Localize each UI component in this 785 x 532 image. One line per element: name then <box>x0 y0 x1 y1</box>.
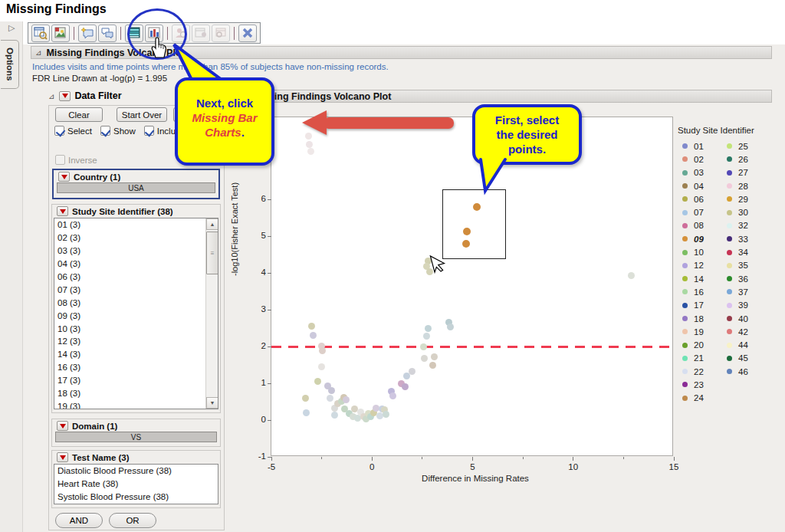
list-item[interactable]: 10 (3) <box>54 322 205 335</box>
checkbox-box[interactable] <box>100 126 110 136</box>
legend-entry[interactable]: 28 <box>727 179 748 192</box>
legend-entry[interactable]: 30 <box>727 205 748 218</box>
legend-entry[interactable]: 33 <box>727 232 748 245</box>
or-button[interactable]: OR <box>109 513 156 528</box>
data-table-icon[interactable] <box>31 25 50 42</box>
list-item[interactable]: 17 (3) <box>54 374 205 387</box>
legend-entry[interactable]: 20 <box>682 338 704 351</box>
plot-outline-header[interactable]: Missing Findings Volcano Plot <box>232 90 772 103</box>
comments-icon[interactable] <box>98 25 117 42</box>
save-image-icon[interactable] <box>51 25 70 42</box>
legend-entry[interactable]: 44 <box>727 338 748 351</box>
legend-entry[interactable]: 46 <box>727 365 748 378</box>
list-item[interactable]: 04 (3) <box>54 258 205 271</box>
new-note-icon[interactable] <box>78 25 97 42</box>
legend-entry[interactable]: 21 <box>682 352 704 365</box>
legend-entry[interactable]: 40 <box>727 312 748 325</box>
collapse-panel-icon[interactable]: ▷ <box>8 23 15 33</box>
list-item[interactable]: 03 (3) <box>54 245 205 258</box>
legend-entry[interactable]: 02 <box>682 153 704 166</box>
disclosure-icon[interactable]: ⊿ <box>48 92 54 100</box>
checkbox-box[interactable] <box>55 155 65 165</box>
legend-dot-icon <box>727 276 732 281</box>
checkbox-box[interactable] <box>54 126 64 136</box>
scrollbar[interactable]: ▲ ≡ ▼ <box>205 218 218 409</box>
legend-entry[interactable]: 45 <box>727 352 748 365</box>
plot-frame[interactable]: -5051015-10123456 <box>271 117 673 456</box>
legend-entry[interactable]: 09 <box>682 232 704 245</box>
legend-entry[interactable]: 29 <box>727 192 748 205</box>
callout-line: Charts <box>205 126 241 139</box>
inverse-checkbox[interactable]: Inverse <box>55 155 97 165</box>
legend-entry[interactable]: 32 <box>727 219 748 232</box>
legend-entry[interactable]: 35 <box>727 259 748 272</box>
toolbar-separator <box>120 27 121 40</box>
legend-entry[interactable]: 36 <box>727 272 748 285</box>
list-item[interactable]: 18 (3) <box>54 387 205 400</box>
domain-filter-group[interactable]: Domain (1) VS <box>51 419 221 447</box>
list-item[interactable]: 14 (3) <box>54 348 205 361</box>
legend-entry[interactable]: 06 <box>682 192 704 205</box>
legend-entry[interactable]: 04 <box>682 179 704 192</box>
legend-entry[interactable]: 39 <box>727 299 748 312</box>
red-triangle-menu-icon[interactable] <box>57 206 68 216</box>
legend-entry[interactable]: 12 <box>682 259 704 272</box>
legend-entry[interactable]: 25 <box>727 140 748 153</box>
red-triangle-menu-icon[interactable] <box>57 421 68 431</box>
legend-entry[interactable]: 23 <box>682 378 704 391</box>
list-item[interactable]: 12 (3) <box>54 335 205 348</box>
list-item[interactable]: 08 (3) <box>54 296 205 309</box>
list-item[interactable]: 09 (3) <box>54 309 205 322</box>
list-item[interactable]: 01 (3) <box>54 218 205 232</box>
legend-entry[interactable]: 27 <box>727 166 748 179</box>
legend-entry[interactable]: 03 <box>682 166 704 179</box>
list-item[interactable]: 07 (3) <box>54 283 205 296</box>
clear-button[interactable]: Clear <box>55 107 103 122</box>
legend-entry[interactable]: 14 <box>682 272 704 285</box>
list-item[interactable]: Heart Rate (38) <box>54 478 218 491</box>
legend-entry[interactable]: 18 <box>682 312 704 325</box>
filter-checkbox[interactable]: Show <box>100 126 136 136</box>
list-item[interactable]: Systolic Blood Pressure (38) <box>54 491 218 504</box>
legend-entry[interactable]: 19 <box>682 325 704 338</box>
legend-entry[interactable]: 22 <box>682 365 704 378</box>
legend-entry[interactable]: 34 <box>727 245 748 258</box>
red-triangle-menu-icon[interactable] <box>57 452 68 462</box>
country-filter-group[interactable]: Country (1) USA <box>52 169 220 199</box>
disclosure-icon[interactable]: ⊿ <box>35 48 41 57</box>
test-name-listbox[interactable]: Diastolic Blood Pressure (38)Heart Rate … <box>54 464 218 504</box>
study-site-listbox[interactable]: 01 (3)02 (3)03 (3)04 (3)06 (3)07 (3)08 (… <box>54 218 218 409</box>
scroll-up-icon[interactable]: ▲ <box>206 218 218 230</box>
legend-entry[interactable]: 17 <box>682 299 704 312</box>
legend-entry[interactable]: 07 <box>682 205 704 218</box>
legend-entry[interactable]: 24 <box>682 392 704 405</box>
legend-entry[interactable]: 37 <box>727 285 748 298</box>
start-over-button[interactable]: Start Over <box>117 107 167 122</box>
legend-dot-icon <box>682 236 688 241</box>
scrollbar-thumb[interactable]: ≡ <box>206 232 218 274</box>
legend-dot-icon <box>727 223 732 228</box>
filter-checkbox[interactable]: Select <box>54 126 92 136</box>
legend-entry[interactable]: 10 <box>682 245 704 258</box>
legend-entry[interactable]: 26 <box>727 153 748 166</box>
options-tab[interactable]: Options <box>1 40 19 89</box>
red-triangle-menu-icon[interactable] <box>59 91 71 101</box>
data-point <box>447 323 454 330</box>
legend-entry[interactable]: 08 <box>682 219 704 232</box>
legend-entry[interactable]: 01 <box>682 140 704 153</box>
list-item[interactable]: 02 (3) <box>54 232 205 245</box>
data-filter-header[interactable]: ⊿ Data Filter <box>44 90 122 101</box>
and-button[interactable]: AND <box>55 513 103 528</box>
country-selected-value[interactable]: USA <box>57 182 215 193</box>
selection-rectangle[interactable] <box>442 189 506 259</box>
scroll-down-icon[interactable]: ▼ <box>206 397 218 409</box>
list-item[interactable]: Diastolic Blood Pressure (38) <box>54 465 218 478</box>
list-item[interactable]: 06 (3) <box>54 271 205 284</box>
list-item[interactable]: 19 (3) <box>54 399 205 409</box>
list-item[interactable]: 16 (3) <box>54 361 205 374</box>
legend-entry[interactable]: 16 <box>682 285 704 298</box>
red-triangle-menu-icon[interactable] <box>58 172 70 182</box>
checkbox-box[interactable] <box>144 126 154 136</box>
domain-selected-value[interactable]: VS <box>55 432 217 442</box>
legend-entry[interactable]: 42 <box>727 325 748 338</box>
